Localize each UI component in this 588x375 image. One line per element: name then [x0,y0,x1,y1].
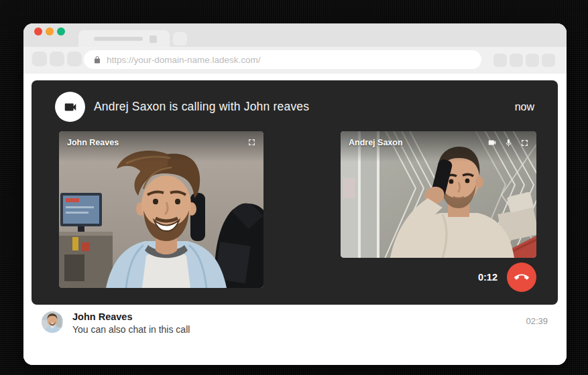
page-content: Andrej Saxon is calling with John reaves… [23,74,567,365]
phone-hangup-icon [514,270,529,285]
hangup-button[interactable] [507,262,536,292]
video-overlay-john: John Reaves [59,131,263,162]
tab-title-placeholder [94,37,143,41]
address-bar[interactable]: https://your-domain-name.ladesk.com/ [84,50,481,69]
toolbar-button-2[interactable] [510,54,523,67]
chat-message-row: John Reaves You can also chat in this ca… [42,311,548,335]
video-camera-icon[interactable] [487,138,497,147]
avatar [42,311,63,333]
microphone-icon[interactable] [504,139,513,147]
tab-close-icon[interactable] [150,35,157,43]
forward-button[interactable] [50,52,64,66]
call-title: Andrej Saxon is calling with John reaves [94,100,309,114]
video-overlay-andrej: Andrej Saxon [341,131,536,162]
browser-tabstrip [23,23,567,47]
browser-toolbar: https://your-domain-name.ladesk.com/ [23,47,567,74]
video-participant-name: Andrej Saxon [349,138,403,147]
active-tab[interactable] [78,30,170,47]
back-button[interactable] [32,52,47,66]
fullscreen-icon[interactable] [520,139,529,147]
fullscreen-icon[interactable] [247,138,256,147]
lock-icon [93,56,101,64]
url-text: https://your-domain-name.ladesk.com/ [107,55,261,65]
call-duration: 0:12 [478,272,497,283]
video-call-panel: Andrej Saxon is calling with John reaves… [32,80,558,305]
video-participant-name: John Reaves [67,138,119,147]
chat-author: John Reaves [72,311,190,323]
video-tile-john-reaves: John Reaves [59,131,263,288]
new-tab-button[interactable] [173,32,187,46]
video-camera-icon [55,92,85,122]
call-timestamp: now [515,101,534,113]
chat-text: You can also chat in this call [72,323,190,335]
minimize-window-button[interactable] [46,27,54,35]
reload-button[interactable] [67,52,82,66]
close-window-button[interactable] [34,27,42,35]
video-tile-andrej-saxon: Andrej Saxon [341,131,536,258]
chat-timestamp: 02:39 [526,311,548,335]
call-header: Andrej Saxon is calling with John reaves… [55,92,534,122]
browser-window: https://your-domain-name.ladesk.com/ And… [23,23,567,365]
toolbar-button-4[interactable] [542,54,555,67]
toolbar-button-1[interactable] [493,54,507,67]
call-footer: 0:12 [478,262,536,292]
maximize-window-button[interactable] [57,27,65,35]
toolbar-button-3[interactable] [526,54,539,67]
